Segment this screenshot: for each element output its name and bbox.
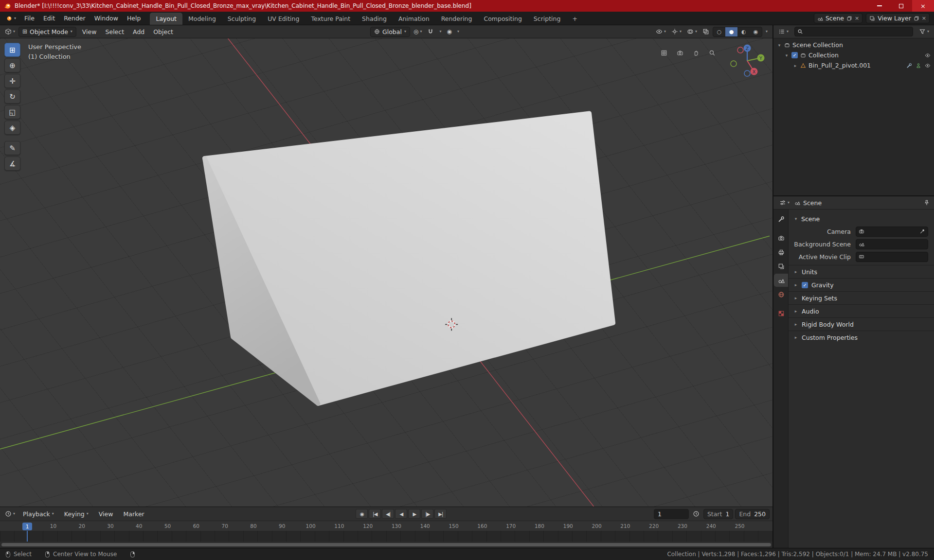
shading-settings-button[interactable]: ▾ xyxy=(764,27,770,37)
eye-icon[interactable] xyxy=(925,63,931,69)
search-input[interactable] xyxy=(805,28,910,36)
expand-caret-icon[interactable]: ▾ xyxy=(777,43,782,48)
gizmo-negative-y[interactable] xyxy=(731,61,736,67)
tab-add-workspace[interactable]: + xyxy=(566,13,583,25)
play-button[interactable]: ▶ xyxy=(408,509,420,519)
close-button[interactable]: × xyxy=(912,0,934,12)
menu-keying[interactable]: Keying▾ xyxy=(60,507,93,521)
transform-orientation-selector[interactable]: Global ▾ xyxy=(370,27,410,37)
current-frame-field[interactable]: 1 xyxy=(654,509,689,519)
properties-editor-type-button[interactable]: ▾ xyxy=(777,198,791,208)
mode-selector[interactable]: ⊞ Object Mode ▾ xyxy=(18,27,76,37)
camera-field[interactable] xyxy=(856,227,928,237)
snap-toggle[interactable] xyxy=(425,27,436,37)
outliner-editor-type-button[interactable]: ▾ xyxy=(776,27,790,37)
material-preview-shading-button[interactable]: ◐ xyxy=(737,27,750,36)
frame-end-field[interactable]: End250 xyxy=(735,509,770,519)
annotate-tool[interactable]: ✎ xyxy=(4,141,20,155)
outliner-row-scene-collection[interactable]: ▾ Scene Collection xyxy=(773,40,934,50)
frame-start-field[interactable]: Start1 xyxy=(703,509,734,519)
proportional-falloff-button[interactable]: ▾ xyxy=(455,27,461,37)
tab-world-properties[interactable] xyxy=(774,288,788,301)
move-tool[interactable]: ✛ xyxy=(4,74,20,88)
next-keyframe-button[interactable]: |▶ xyxy=(421,509,433,519)
xray-toggle[interactable] xyxy=(700,27,711,37)
transform-tool[interactable]: ◈ xyxy=(4,121,20,135)
toggle-perspective-button[interactable] xyxy=(658,47,670,59)
minimize-button[interactable] xyxy=(868,0,890,12)
expand-caret-icon[interactable]: ▾ xyxy=(793,216,798,221)
tab-scripting[interactable]: Scripting xyxy=(528,13,567,25)
proportional-editing-toggle[interactable]: ◉ xyxy=(445,27,453,37)
tab-scene-properties[interactable] xyxy=(774,274,788,287)
expand-caret-icon[interactable]: ▾ xyxy=(784,53,789,58)
unlink-scene-button[interactable]: × xyxy=(855,15,859,21)
previous-keyframe-button[interactable]: ◀| xyxy=(382,509,394,519)
rotate-tool[interactable]: ↻ xyxy=(4,89,20,104)
outliner-row-collection[interactable]: ▾ ✓ Collection xyxy=(773,50,934,60)
expand-caret-icon[interactable]: ▸ xyxy=(793,63,798,68)
camera-view-button[interactable] xyxy=(674,47,686,59)
menu-render[interactable]: Render xyxy=(59,12,90,25)
menu-add[interactable]: Add xyxy=(128,25,149,38)
menu-object[interactable]: Object xyxy=(149,25,178,38)
menu-help[interactable]: Help xyxy=(123,12,145,25)
eyedropper-icon[interactable] xyxy=(919,228,925,234)
blender-app-menu-button[interactable]: ▾ xyxy=(2,15,20,22)
scene-section-header[interactable]: ▾ Scene xyxy=(793,212,928,225)
scrollbar-thumb[interactable] xyxy=(1,543,771,546)
timeline-scrollbar[interactable] xyxy=(0,542,772,548)
tab-rendering[interactable]: Rendering xyxy=(435,13,478,25)
menu-edit[interactable]: Edit xyxy=(39,12,59,25)
view-layer-selector[interactable]: View Layer × xyxy=(866,13,930,23)
background-scene-field[interactable] xyxy=(856,239,928,249)
tab-sculpting[interactable]: Sculpting xyxy=(222,13,262,25)
jump-to-end-button[interactable]: ▶| xyxy=(434,509,447,519)
zoom-view-button[interactable] xyxy=(706,47,718,59)
pin-icon[interactable] xyxy=(923,199,930,206)
preview-range-button[interactable] xyxy=(691,509,701,519)
auto-keying-record-button[interactable]: ◉ xyxy=(356,509,368,519)
active-movie-clip-field[interactable] xyxy=(856,252,928,262)
mesh-object[interactable] xyxy=(205,113,613,403)
solid-shading-button[interactable]: ● xyxy=(725,27,737,36)
modifier-wrench-icon[interactable] xyxy=(906,63,912,69)
tab-render-properties[interactable] xyxy=(774,231,788,245)
panel-custom-properties[interactable]: ▸ Custom Properties xyxy=(789,331,934,344)
overlays-button[interactable]: ▾ xyxy=(685,27,699,37)
timeline-editor-type-button[interactable]: ▾ xyxy=(3,509,17,519)
gravity-checkbox[interactable]: ✓ xyxy=(802,282,808,288)
menu-window[interactable]: Window xyxy=(90,12,123,25)
menu-view[interactable]: View xyxy=(78,25,101,38)
outliner-search[interactable] xyxy=(794,27,913,36)
collection-checkbox[interactable]: ✓ xyxy=(791,52,798,58)
scene-selector[interactable]: Scene × xyxy=(814,13,862,23)
tab-layout[interactable]: Layout xyxy=(150,13,182,25)
rendered-shading-button[interactable]: ◉ xyxy=(750,27,762,36)
playhead-line[interactable] xyxy=(27,531,28,542)
tab-modeling[interactable]: Modeling xyxy=(182,13,222,25)
pan-view-button[interactable] xyxy=(690,47,702,59)
menu-file[interactable]: File xyxy=(20,12,39,25)
tab-texture-paint[interactable]: Texture Paint xyxy=(305,13,356,25)
outliner-row-object[interactable]: ▸ Bin_Pull_2_pivot.001 xyxy=(773,60,934,70)
menu-timeline-view[interactable]: View xyxy=(94,507,118,521)
panel-rigid-body-world[interactable]: ▸ Rigid Body World xyxy=(789,317,934,331)
panel-gravity[interactable]: ▸ ✓ Gravity xyxy=(789,278,934,291)
menu-playback[interactable]: Playback▾ xyxy=(18,507,58,521)
tab-compositing[interactable]: Compositing xyxy=(478,13,527,25)
timeline-track[interactable] xyxy=(0,531,772,542)
navigation-gizmo[interactable]: Z Y X xyxy=(727,40,768,81)
eye-icon[interactable] xyxy=(925,52,931,58)
timeline-ruler[interactable]: 1020304050607080901001101201301401501601… xyxy=(0,521,772,531)
current-frame-indicator[interactable]: 1 xyxy=(22,523,32,530)
tab-shading[interactable]: Shading xyxy=(356,13,393,25)
gizmos-button[interactable]: ▾ xyxy=(669,27,683,37)
viewport-3d[interactable]: User Perspective (1) Collection ⊞⊕✛↻◱◈✎∡ xyxy=(0,38,772,507)
remove-view-layer-button[interactable]: × xyxy=(922,15,926,21)
gizmo-negative-z[interactable] xyxy=(744,70,750,76)
select-box-tool[interactable]: ⊞ xyxy=(4,43,20,57)
tab-uv-editing[interactable]: UV Editing xyxy=(262,13,305,25)
new-view-layer-button[interactable] xyxy=(914,16,919,21)
tab-texture-properties[interactable] xyxy=(774,307,788,320)
